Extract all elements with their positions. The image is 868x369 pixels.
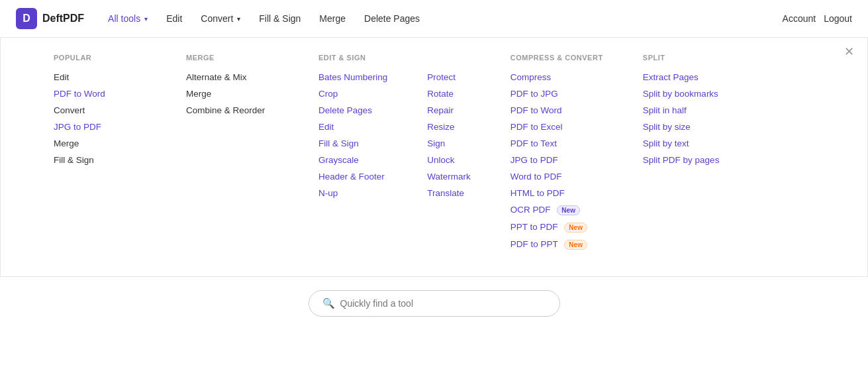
- badge-new-pdf-to-ppt: New: [564, 240, 587, 250]
- link-resize[interactable]: Resize: [427, 122, 471, 132]
- section-edit-sign: EDIT & SIGN Bates Numbering Crop Delete …: [318, 54, 471, 250]
- nav-right: Account Logout: [783, 13, 852, 24]
- search-icon: 🔍: [322, 297, 335, 309]
- section-popular-title: POPULAR: [54, 54, 146, 62]
- dropdown-panel: ✕ POPULAR Edit PDF to Word Convert JPG t…: [0, 38, 868, 277]
- link-alternate-mix[interactable]: Alternate & Mix: [186, 72, 279, 82]
- link-pdf-to-word[interactable]: PDF to Word: [54, 89, 146, 99]
- logo-icon: D: [16, 8, 37, 29]
- link-crop[interactable]: Crop: [318, 89, 387, 99]
- link-compress[interactable]: Compress: [510, 72, 603, 82]
- link-watermark[interactable]: Watermark: [427, 172, 471, 182]
- link-convert[interactable]: Convert: [54, 105, 146, 115]
- section-split: SPLIT Extract Pages Split by bookmarks S…: [643, 54, 736, 250]
- link-edit[interactable]: Edit: [54, 72, 146, 82]
- link-translate[interactable]: Translate: [427, 188, 471, 198]
- section-edit-sign-title: EDIT & SIGN: [318, 54, 471, 62]
- nav-all-tools[interactable]: All tools ▾: [100, 8, 156, 29]
- section-split-title: SPLIT: [643, 54, 736, 62]
- link-split-by-text[interactable]: Split by text: [643, 138, 736, 148]
- link-bates-numbering[interactable]: Bates Numbering: [318, 72, 387, 82]
- nav-edit[interactable]: Edit: [158, 8, 190, 29]
- edit-sign-columns: Bates Numbering Crop Delete Pages Edit F…: [318, 72, 471, 198]
- merge-links: Alternate & Mix Merge Combine & Reorder: [186, 72, 279, 115]
- link-html-to-pdf[interactable]: HTML to PDF: [510, 188, 603, 198]
- badge-new-ocr: New: [557, 205, 580, 215]
- link-pdf-to-ppt[interactable]: PDF to PPT New: [510, 239, 603, 250]
- link-sign[interactable]: Sign: [427, 138, 471, 148]
- account-link[interactable]: Account: [783, 13, 816, 24]
- header: D DeftPDF All tools ▾ Edit Convert ▾ Fil…: [0, 0, 868, 38]
- chevron-down-icon: ▾: [237, 15, 240, 23]
- link-word-to-pdf[interactable]: Word to PDF: [510, 172, 603, 182]
- link-pdf-to-text[interactable]: PDF to Text: [510, 138, 603, 148]
- chevron-down-icon: ▾: [144, 15, 148, 23]
- edit-sign-col1: Bates Numbering Crop Delete Pages Edit F…: [318, 72, 387, 198]
- compress-links: Compress PDF to JPG PDF to Word PDF to E…: [510, 72, 603, 250]
- link-edit[interactable]: Edit: [318, 122, 387, 132]
- link-combine-reorder[interactable]: Combine & Reorder: [186, 105, 279, 115]
- search-bar: 🔍: [309, 290, 560, 317]
- close-button[interactable]: ✕: [844, 46, 854, 58]
- link-ocr-pdf[interactable]: OCR PDF New: [510, 205, 603, 215]
- link-grayscale[interactable]: Grayscale: [318, 155, 387, 165]
- section-merge: MERGE Alternate & Mix Merge Combine & Re…: [186, 54, 279, 250]
- nav-fill-sign[interactable]: Fill & Sign: [251, 8, 309, 29]
- link-jpg-to-pdf[interactable]: JPG to PDF: [54, 122, 146, 132]
- nav-convert[interactable]: Convert ▾: [193, 8, 248, 29]
- link-pdf-to-jpg[interactable]: PDF to JPG: [510, 89, 603, 99]
- link-merge[interactable]: Merge: [54, 138, 146, 148]
- link-split-by-bookmarks[interactable]: Split by bookmarks: [643, 89, 736, 99]
- nav-delete-pages[interactable]: Delete Pages: [356, 8, 428, 29]
- edit-sign-col2: Protect Rotate Repair Resize Sign Unlock…: [427, 72, 471, 198]
- logo[interactable]: D DeftPDF: [16, 8, 84, 29]
- link-repair[interactable]: Repair: [427, 105, 471, 115]
- split-links: Extract Pages Split by bookmarks Split i…: [643, 72, 736, 165]
- section-merge-title: MERGE: [186, 54, 279, 62]
- link-fill-sign[interactable]: Fill & Sign: [54, 155, 146, 165]
- section-popular: POPULAR Edit PDF to Word Convert JPG to …: [54, 54, 146, 250]
- link-split-by-size[interactable]: Split by size: [643, 122, 736, 132]
- search-input[interactable]: [340, 298, 546, 309]
- popular-links: Edit PDF to Word Convert JPG to PDF Merg…: [54, 72, 146, 165]
- link-protect[interactable]: Protect: [427, 72, 471, 82]
- nav-merge[interactable]: Merge: [311, 8, 354, 29]
- logo-text: DeftPDF: [42, 13, 84, 25]
- link-jpg-to-pdf[interactable]: JPG to PDF: [510, 155, 603, 165]
- link-fill-sign[interactable]: Fill & Sign: [318, 138, 387, 148]
- nav: All tools ▾ Edit Convert ▾ Fill & Sign M…: [100, 8, 777, 29]
- link-pdf-to-excel[interactable]: PDF to Excel: [510, 122, 603, 132]
- link-pdf-to-word[interactable]: PDF to Word: [510, 105, 603, 115]
- section-compress-title: COMPRESS & CONVERT: [510, 54, 603, 62]
- link-merge[interactable]: Merge: [186, 89, 279, 99]
- link-split-in-half[interactable]: Split in half: [643, 105, 736, 115]
- link-ppt-to-pdf[interactable]: PPT to PDF New: [510, 222, 603, 233]
- link-unlock[interactable]: Unlock: [427, 155, 471, 165]
- link-header-footer[interactable]: Header & Footer: [318, 172, 387, 182]
- badge-new-ppt-to-pdf: New: [564, 223, 587, 233]
- link-extract-pages[interactable]: Extract Pages: [643, 72, 736, 82]
- link-rotate[interactable]: Rotate: [427, 89, 471, 99]
- link-nup[interactable]: N-up: [318, 188, 387, 198]
- search-container: 🔍: [0, 277, 868, 323]
- section-compress-convert: COMPRESS & CONVERT Compress PDF to JPG P…: [510, 54, 603, 250]
- link-delete-pages[interactable]: Delete Pages: [318, 105, 387, 115]
- logout-link[interactable]: Logout: [824, 13, 852, 24]
- link-split-pdf-by-pages[interactable]: Split PDF by pages: [643, 155, 736, 165]
